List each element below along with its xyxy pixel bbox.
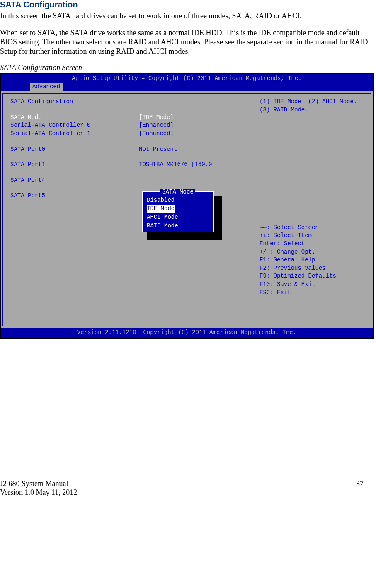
popup-title: SATA Mode xyxy=(143,188,213,196)
help-key-select-screen: →←: Select Screen xyxy=(260,224,367,232)
bios-port0-value: Not Present xyxy=(139,145,177,154)
bios-section-title: SATA Configuration xyxy=(10,98,251,106)
paragraph-2: When set to SATA, the SATA drive works t… xyxy=(0,28,369,56)
bios-port5-label: SATA Port5 xyxy=(10,192,139,200)
figure-caption: SATA Configuration Screen xyxy=(0,63,369,72)
help-key-f9: F9: Optimized Defaults xyxy=(260,272,367,281)
help-key-f2: F2: Previous Values xyxy=(260,264,367,273)
help-key-f10: F10: Save & Exit xyxy=(260,281,367,289)
bios-header: Aptio Setup Utility – Copyright (C) 2011… xyxy=(1,74,373,83)
bios-option-sata-ctrl1[interactable]: Serial-ATA Controller 1 xyxy=(10,130,139,138)
bios-port0-label: SATA Port0 xyxy=(10,145,139,154)
popup-option-ahci-mode[interactable]: AHCI Mode xyxy=(143,214,182,220)
footer-version: Version 1.0 May 11, 2012 xyxy=(0,488,77,497)
sata-mode-popup: SATA Mode Disabled IDE Mode AHCI Mode RA… xyxy=(142,191,214,232)
bios-help-description: (1) IDE Mode. (2) AHCI Mode. (3) RAID Mo… xyxy=(260,98,367,114)
bios-tab-advanced[interactable]: Advanced xyxy=(30,83,63,91)
section-heading: SATA Configuration xyxy=(0,0,369,10)
bios-value-sata-ctrl0: [Enhanced] xyxy=(139,121,174,130)
paragraph-1: In this screen the SATA hard drives can … xyxy=(0,11,369,21)
help-key-select-item: ↑↓: Select Item xyxy=(260,232,367,240)
bios-value-sata-ctrl1: [Enhanced] xyxy=(139,130,174,138)
help-key-f1: F1: General Help xyxy=(260,256,367,264)
help-key-enter: Enter: Select xyxy=(260,240,367,248)
help-key-change: +/-: Change Opt. xyxy=(260,248,367,256)
footer-manual-title: J2 680 System Manual xyxy=(0,479,77,488)
bios-port4-label: SATA Port4 xyxy=(10,177,139,185)
popup-option-disabled[interactable]: Disabled xyxy=(143,197,179,203)
help-key-esc: ESC: Exit xyxy=(260,289,367,297)
bios-value-sata-mode: [IDE Mode] xyxy=(139,114,174,122)
popup-option-raid-mode[interactable]: RAID Mode xyxy=(143,223,182,229)
popup-option-ide-mode[interactable]: IDE Mode xyxy=(147,205,175,213)
bios-option-sata-ctrl0[interactable]: Serial-ATA Controller 0 xyxy=(10,121,139,130)
bios-port1-label: SATA Port1 xyxy=(10,161,139,169)
bios-option-sata-mode[interactable]: SATA Mode xyxy=(10,114,139,122)
bios-footer: Version 2.11.1210. Copyright (C) 2011 Am… xyxy=(1,328,373,338)
bios-screenshot: Aptio Setup Utility – Copyright (C) 2011… xyxy=(0,73,374,339)
footer-page-number: 37 xyxy=(356,479,364,497)
bios-port1-value: TOSHIBA MK1676 (160.0 xyxy=(139,161,212,169)
